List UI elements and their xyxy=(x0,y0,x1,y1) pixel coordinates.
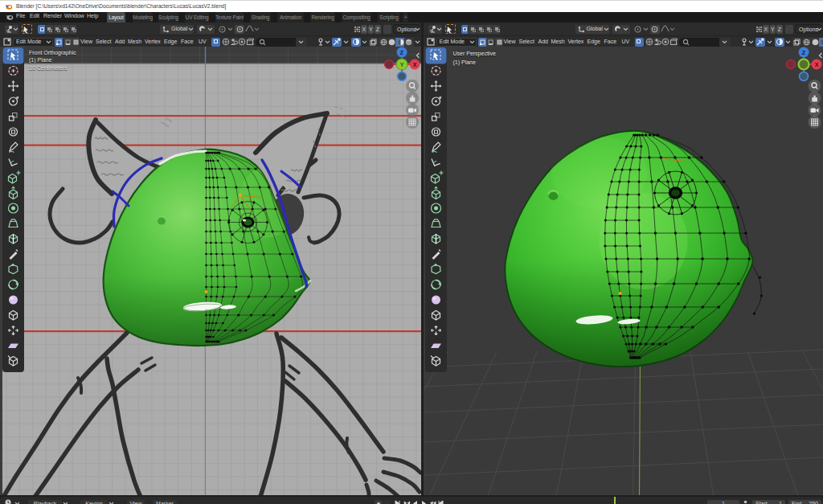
svg-text:X: X xyxy=(814,62,818,68)
svg-text:(1) Plane: (1) Plane xyxy=(29,57,52,64)
svg-text:10 Centimeters: 10 Centimeters xyxy=(29,65,68,71)
svg-text:Z: Z xyxy=(400,50,404,55)
svg-text:(1) Plane: (1) Plane xyxy=(452,59,476,66)
svg-text:Z: Z xyxy=(801,50,805,55)
svg-text:X: X xyxy=(413,62,417,68)
svg-text:Front Orthographic: Front Orthographic xyxy=(29,50,76,56)
svg-text:Y: Y xyxy=(400,62,404,68)
svg-text:User Perspective: User Perspective xyxy=(452,51,495,57)
